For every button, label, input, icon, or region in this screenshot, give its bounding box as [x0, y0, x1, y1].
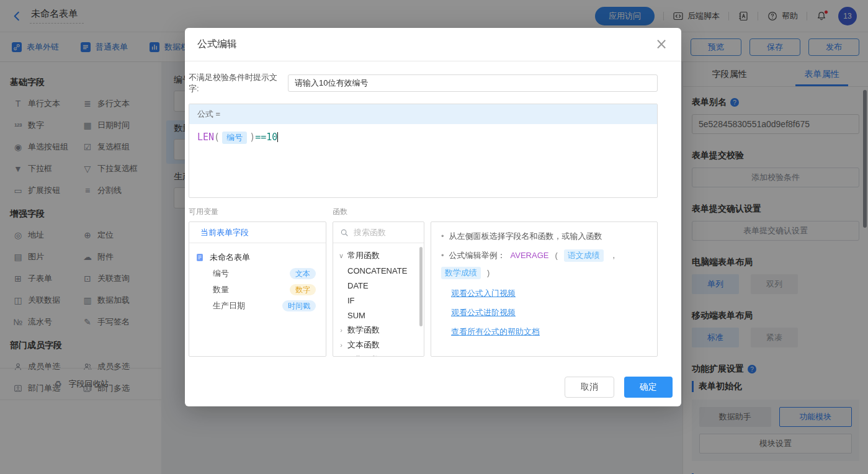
function-item[interactable]: DATE [333, 278, 424, 293]
file-icon [194, 253, 205, 262]
tab-current-form-fields[interactable]: 当前表单字段 [189, 222, 326, 243]
prompt-row: 不满足校验条件时提示文字: [189, 72, 658, 94]
function-group-label: 文本函数 [347, 339, 380, 351]
bullet: • [441, 249, 444, 262]
tip-line-2: • 公式编辑举例： AVERAGE(语文成绩，数学成绩) [441, 249, 647, 279]
tips-spacer [431, 207, 658, 221]
function-list-scrollbar[interactable] [419, 247, 423, 326]
formula-panel: 公式 = LEN(编号)==10 [189, 104, 658, 198]
chevron-down-icon: ∨ [338, 252, 344, 260]
search-icon [339, 228, 350, 237]
variable-row[interactable]: 编号文本 [194, 266, 321, 282]
function-group[interactable]: ›日期函数 [333, 352, 424, 357]
function-tree: ∨常用函数CONCATENATEDATEIFSUM›数学函数›文本函数›日期函数 [333, 243, 424, 357]
prompt-text-input[interactable] [288, 74, 658, 92]
function-item[interactable]: CONCATENATE [333, 263, 424, 278]
variable-row[interactable]: 生产日期时间戳 [194, 298, 321, 314]
variable-name: 编号 [213, 268, 229, 279]
modal-footer: 取消 确定 [565, 377, 673, 398]
function-search-input[interactable] [354, 228, 416, 237]
function-group[interactable]: ›数学函数 [333, 323, 424, 338]
variable-type-badge: 数字 [290, 284, 316, 295]
functions-panel: ∨常用函数CONCATENATEDATEIFSUM›数学函数›文本函数›日期函数 [333, 221, 424, 357]
variable-name: 生产日期 [213, 300, 245, 311]
formula-paren-open: ( [214, 132, 220, 143]
tree-root-form[interactable]: 未命名表单 [194, 249, 321, 266]
cancel-button[interactable]: 取消 [565, 377, 614, 398]
variables-tree: 未命名表单 编号文本数量数字生产日期时间戳 [189, 243, 326, 320]
tip-line-1: • 从左侧面板选择字段名和函数，或输入函数 [441, 230, 647, 243]
variable-type-badge: 时间戳 [282, 300, 316, 311]
formula-rest: ==10 [255, 132, 277, 143]
example-field-token: 数学成绩 [441, 267, 481, 279]
variables-panel: 当前表单字段 未命名表单 编号文本数量数字生产日期时间戳 [189, 221, 326, 357]
example-paren-open: ( [555, 249, 557, 262]
functions-section-label: 函数 [333, 207, 424, 221]
function-group[interactable]: ∨常用函数 [333, 248, 424, 263]
chevron-right-icon: › [338, 356, 344, 357]
tree-root-label: 未命名表单 [210, 252, 250, 263]
text-caret [277, 132, 278, 142]
close-icon[interactable]: × [655, 37, 668, 51]
example-comma: ， [610, 249, 618, 262]
modal-body: 不满足校验条件时提示文字: 公式 = LEN(编号)==10 可用变量 当前表单… [185, 61, 681, 357]
chevron-right-icon: › [338, 326, 344, 334]
tips-panel: • 从左侧面板选择字段名和函数，或输入函数 • 公式编辑举例： AVERAGE(… [431, 221, 658, 357]
variables-column: 可用变量 当前表单字段 未命名表单 编号文本数量数字生产日期时间戳 [189, 207, 326, 357]
tip-links: 观看公式入门视频观看公式进阶视频查看所有公式的帮助文档 [441, 288, 647, 338]
variable-name: 数量 [213, 284, 229, 295]
formula-function: LEN [197, 132, 214, 143]
functions-column: 函数 ∨常用函数CONCATENATEDATEIFSUM›数学函数›文本函数›日… [333, 207, 424, 357]
function-group[interactable]: ›文本函数 [333, 338, 424, 352]
function-group-label: 常用函数 [347, 250, 380, 261]
tip-text-1: 从左侧面板选择字段名和函数，或输入函数 [449, 230, 602, 243]
tips-column: • 从左侧面板选择字段名和函数，或输入函数 • 公式编辑举例： AVERAGE(… [431, 207, 658, 357]
function-group-label: 日期函数 [347, 354, 380, 357]
modal-columns: 可用变量 当前表单字段 未命名表单 编号文本数量数字生产日期时间戳 函数 [189, 207, 658, 357]
function-search [333, 222, 424, 243]
formula-advanced-video-link[interactable]: 观看公式进阶视频 [451, 307, 647, 318]
function-item[interactable]: SUM [333, 308, 424, 323]
bullet: • [441, 230, 444, 243]
formula-header: 公式 = [189, 104, 657, 124]
function-item[interactable]: IF [333, 293, 424, 308]
variable-type-badge: 文本 [290, 268, 316, 279]
modal-title: 公式编辑 [197, 38, 237, 51]
formula-paren-close: ) [249, 132, 255, 143]
prompt-label: 不满足校验条件时提示文字: [189, 72, 283, 94]
variable-row[interactable]: 数量数字 [194, 282, 321, 298]
modal-header: 公式编辑 [185, 28, 681, 61]
tip-example-prefix: 公式编辑举例： [449, 249, 506, 262]
formula-docs-link[interactable]: 查看所有公式的帮助文档 [451, 326, 647, 338]
formula-editor[interactable]: LEN(编号)==10 [189, 124, 657, 197]
example-function: AVERAGE [511, 249, 549, 262]
formula-field-token[interactable]: 编号 [222, 132, 247, 144]
variables-section-label: 可用变量 [189, 207, 326, 221]
variable-rows: 编号文本数量数字生产日期时间戳 [194, 266, 321, 314]
confirm-button[interactable]: 确定 [624, 377, 673, 398]
function-group-label: 数学函数 [347, 324, 380, 336]
example-field-token: 语文成绩 [564, 249, 604, 262]
formula-intro-video-link[interactable]: 观看公式入门视频 [451, 288, 647, 299]
formula-edit-modal: 公式编辑 × 不满足校验条件时提示文字: 公式 = LEN(编号)==10 可用… [185, 28, 681, 406]
chevron-right-icon: › [338, 341, 344, 349]
example-paren-close: ) [487, 267, 490, 279]
